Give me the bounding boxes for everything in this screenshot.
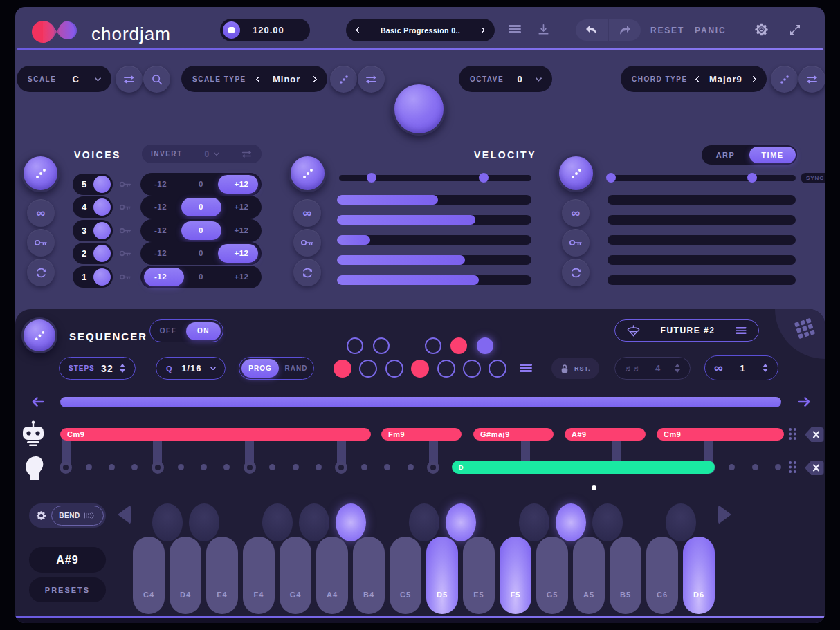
sequence-preset-menu-icon[interactable]	[736, 327, 746, 334]
voice-offset-option[interactable]: -12	[140, 173, 181, 196]
invert-value[interactable]: 0	[204, 149, 210, 159]
step-menu-icon[interactable]	[520, 364, 532, 372]
seq-step-circle[interactable]	[373, 337, 390, 354]
voice-offset-option[interactable]: 0	[181, 242, 221, 265]
bpm-control[interactable]: 120.00	[220, 19, 310, 41]
scale-detect-search-icon[interactable]	[143, 66, 170, 93]
voice-enabled-toggle[interactable]	[93, 268, 111, 286]
piano-key-e4[interactable]: E4	[206, 537, 238, 614]
timeline-step-dot[interactable]	[316, 464, 322, 470]
black-key-knob-as5[interactable]	[592, 503, 623, 541]
chord-type-randomize-dice-icon[interactable]	[771, 66, 798, 93]
timeline-step-dot[interactable]	[775, 464, 781, 470]
piano-key-g5[interactable]: G5	[536, 537, 568, 614]
time-bar[interactable]	[608, 275, 796, 285]
tap-tempo-icon[interactable]	[223, 21, 240, 39]
sequencer-randomize-dice-knob[interactable]	[21, 317, 57, 353]
scale-swap-icon[interactable]	[116, 66, 143, 93]
scroll-left-icon[interactable]	[31, 396, 45, 407]
sequence-progress-bar[interactable]	[60, 397, 781, 407]
chord-type-next-icon[interactable]	[750, 75, 757, 82]
piano-key-g4[interactable]: G4	[280, 537, 311, 614]
velocity-range-slider[interactable]	[339, 175, 531, 181]
voice-enabled-toggle[interactable]	[93, 176, 111, 193]
timeline-beat-marker[interactable]	[244, 461, 256, 474]
seq-step-circle[interactable]	[334, 360, 351, 378]
human-head-icon[interactable]	[24, 454, 44, 480]
bend-control[interactable]: BEND	[29, 503, 106, 528]
redo-button[interactable]	[609, 19, 641, 41]
voice-offset-selector[interactable]: -120+12	[140, 242, 262, 265]
scale-type-next-icon[interactable]	[311, 75, 318, 82]
voice-offset-option[interactable]: 0	[181, 196, 221, 219]
timeline-step-dot[interactable]	[109, 464, 115, 470]
page-indicator-dot[interactable]	[592, 485, 596, 490]
preset-next-icon[interactable]	[479, 27, 486, 34]
time-refresh-icon[interactable]	[562, 259, 590, 286]
piano-key-f5[interactable]: F5	[500, 537, 531, 614]
quantize-value[interactable]: 1/16	[181, 363, 201, 373]
black-key-knob-fs4[interactable]	[262, 503, 293, 541]
current-chord-display[interactable]: A#9	[29, 547, 106, 573]
piano-key-d6[interactable]: D6	[683, 537, 715, 614]
time-range-slider[interactable]	[608, 175, 796, 181]
bend-toggle[interactable]: BEND	[51, 506, 104, 526]
chord-block[interactable]: Cm9	[60, 428, 371, 441]
seq-step-circle[interactable]	[477, 337, 493, 354]
scale-type-value[interactable]: Minor	[273, 74, 300, 84]
voice-offset-option[interactable]: 0	[181, 219, 221, 242]
time-bar[interactable]	[608, 235, 796, 245]
presets-button[interactable]: PRESETS	[29, 577, 106, 602]
steps-control[interactable]: STEPS 32	[59, 357, 136, 380]
voice-enabled-toggle[interactable]	[93, 198, 111, 216]
scale-value[interactable]: C	[73, 74, 80, 84]
sequencer-power-toggle[interactable]: OFF ON	[149, 319, 223, 342]
velocity-bar[interactable]	[337, 195, 531, 205]
seq-step-circle[interactable]	[450, 337, 467, 354]
velocity-refresh-icon[interactable]	[293, 259, 321, 286]
chord-block[interactable]: Cm9	[657, 428, 784, 441]
scale-type-randomize-dice-icon[interactable]	[330, 66, 357, 93]
seq-step-circle[interactable]	[411, 360, 429, 378]
keyboard-page-right-icon[interactable]	[718, 505, 731, 524]
velocity-infinity-icon[interactable]: ∞	[293, 199, 321, 227]
time-key-lock-icon[interactable]	[562, 229, 590, 257]
voice-offset-option[interactable]: 0	[181, 173, 221, 196]
loop-stepper-icon[interactable]	[763, 364, 769, 373]
piano-key-c6[interactable]: C6	[646, 537, 678, 614]
settings-gear-icon[interactable]	[754, 22, 769, 37]
resize-connect-icon[interactable]	[789, 24, 801, 36]
voice-offset-selector[interactable]: -120+12	[140, 219, 262, 242]
chord-type-value[interactable]: Major9	[709, 74, 742, 84]
quantize-control[interactable]: Q 1/16	[156, 357, 226, 380]
voices-randomize-dice-knob[interactable]	[21, 154, 60, 192]
voice-offset-option[interactable]: +12	[221, 266, 262, 288]
chord-block[interactable]: G#maj9	[473, 428, 554, 441]
voice-offset-option[interactable]: +12	[221, 242, 262, 265]
octave-value[interactable]: 0	[517, 74, 522, 84]
steps-value[interactable]: 32	[101, 363, 113, 374]
chevron-down-icon[interactable]	[95, 75, 102, 82]
chord-type-prev-icon[interactable]	[695, 75, 702, 82]
voice-offset-option[interactable]: +12	[221, 173, 262, 196]
piano-key-d5[interactable]: D5	[426, 537, 458, 614]
loop-control[interactable]: ∞ 1	[704, 355, 778, 380]
seq-step-circle[interactable]	[359, 360, 377, 378]
rand-option[interactable]: RAND	[279, 364, 313, 372]
reset-lock-button[interactable]: RST.	[551, 358, 599, 379]
piano-key-d4[interactable]: D4	[170, 537, 201, 614]
time-bar[interactable]	[608, 195, 796, 205]
timeline-beat-marker[interactable]	[335, 461, 347, 474]
piano-key-a4[interactable]: A4	[316, 537, 348, 614]
note-row-drag-handle-icon[interactable]	[788, 461, 797, 474]
seq-step-circle[interactable]	[425, 337, 441, 354]
voices-infinity-icon[interactable]: ∞	[27, 199, 55, 227]
piano-key-c5[interactable]: C5	[390, 537, 421, 614]
rate-stepper-icon[interactable]	[675, 364, 681, 373]
loop-value[interactable]: 1	[740, 363, 745, 373]
time-randomize-dice-knob[interactable]	[557, 154, 595, 192]
sequence-preset-name[interactable]: FUTURE #2	[661, 326, 715, 335]
voice-offset-option[interactable]: -12	[140, 266, 181, 288]
velocity-key-lock-icon[interactable]	[293, 229, 321, 257]
note-row-delete-icon[interactable]	[805, 459, 824, 476]
